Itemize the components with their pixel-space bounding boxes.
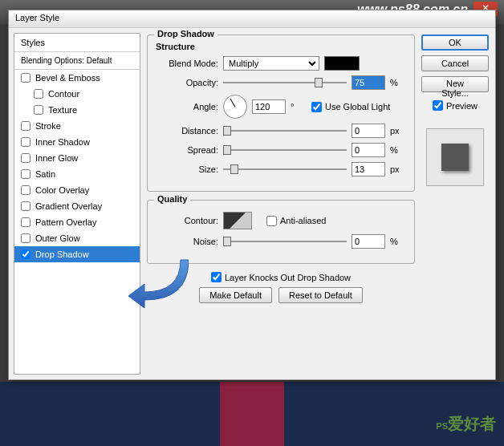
style-item-inner-glow[interactable]: Inner Glow — [14, 150, 140, 166]
distance-input[interactable] — [352, 124, 385, 138]
style-item-satin[interactable]: Satin — [14, 166, 140, 182]
style-checkbox[interactable] — [21, 137, 30, 147]
style-item-texture[interactable]: Texture — [14, 102, 140, 118]
opacity-slider[interactable] — [223, 76, 347, 89]
styles-header[interactable]: Styles — [14, 34, 140, 52]
layer-style-dialog: Layer Style Styles Blending Options: Def… — [8, 10, 496, 380]
blending-options[interactable]: Blending Options: Default — [14, 52, 140, 70]
dialog-title: Layer Style — [9, 10, 495, 28]
ok-button[interactable]: OK — [421, 34, 489, 51]
opacity-unit: % — [390, 78, 406, 87]
style-item-inner-shadow[interactable]: Inner Shadow — [14, 134, 140, 150]
spread-input[interactable] — [352, 143, 385, 157]
shadow-color-swatch[interactable] — [324, 56, 360, 71]
blend-mode-select[interactable]: Multiply — [223, 56, 319, 71]
angle-unit: ° — [291, 102, 307, 112]
contour-label: Contour: — [156, 216, 218, 225]
style-label: Stroke — [35, 121, 61, 131]
style-item-color-overlay[interactable]: Color Overlay — [14, 182, 140, 198]
antialiased-checkbox[interactable]: Anti-aliased — [266, 216, 326, 226]
preview-area — [421, 124, 489, 186]
knockout-checkbox[interactable]: Layer Knocks Out Drop Shadow — [211, 272, 351, 282]
style-checkbox[interactable] — [34, 105, 43, 115]
drop-shadow-group: Drop Shadow Structure Blend Mode: Multip… — [147, 34, 415, 192]
distance-label: Distance: — [156, 126, 218, 136]
spread-label: Spread: — [156, 145, 218, 155]
style-item-drop-shadow[interactable]: Drop Shadow — [14, 246, 140, 262]
distance-unit: px — [390, 126, 406, 136]
style-label: Bevel & Emboss — [35, 73, 100, 83]
style-label: Outer Glow — [35, 233, 80, 243]
new-style-button[interactable]: New Style... — [421, 76, 489, 92]
styles-list: Styles Blending Options: Default Bevel &… — [14, 33, 140, 375]
quality-title: Quality — [154, 194, 190, 204]
angle-label: Angle: — [156, 102, 218, 112]
distance-slider[interactable] — [223, 124, 347, 137]
knockout-label: Layer Knocks Out Drop Shadow — [225, 273, 351, 282]
size-slider[interactable] — [223, 163, 347, 176]
style-checkbox[interactable] — [21, 249, 30, 259]
opacity-label: Opacity: — [156, 78, 218, 87]
style-label: Inner Shadow — [35, 137, 90, 147]
size-label: Size: — [156, 164, 218, 174]
preview-label: Preview — [446, 101, 478, 111]
style-label: Satin — [35, 169, 55, 179]
style-label: Contour — [48, 89, 79, 99]
style-item-stroke[interactable]: Stroke — [14, 118, 140, 134]
watermark-bottom: PS爱好者 — [436, 413, 496, 435]
style-checkbox[interactable] — [21, 201, 30, 211]
global-light-checkbox[interactable]: Use Global Light — [311, 102, 390, 112]
preview-checkbox[interactable]: Preview — [421, 100, 489, 111]
quality-group: Quality Contour: Anti-aliased Noise: % — [147, 200, 415, 264]
global-light-label: Use Global Light — [325, 102, 390, 112]
style-item-gradient-overlay[interactable]: Gradient Overlay — [14, 198, 140, 214]
style-checkbox[interactable] — [21, 217, 30, 227]
style-checkbox[interactable] — [21, 169, 30, 179]
size-unit: px — [390, 164, 406, 174]
style-label: Inner Glow — [35, 153, 78, 163]
style-item-contour[interactable]: Contour — [14, 86, 140, 102]
angle-dial[interactable] — [223, 95, 247, 119]
size-input[interactable] — [352, 162, 385, 176]
spread-unit: % — [390, 145, 406, 155]
style-label: Color Overlay — [35, 185, 89, 195]
style-checkbox[interactable] — [21, 233, 30, 243]
noise-label: Noise: — [156, 237, 218, 246]
structure-title: Structure — [156, 42, 406, 51]
style-checkbox[interactable] — [21, 153, 30, 163]
blend-mode-label: Blend Mode: — [156, 59, 218, 68]
reset-default-button[interactable]: Reset to Default — [278, 287, 363, 303]
style-label: Gradient Overlay — [35, 201, 102, 211]
style-item-pattern-overlay[interactable]: Pattern Overlay — [14, 214, 140, 230]
spread-slider[interactable] — [223, 144, 347, 156]
noise-slider[interactable] — [223, 235, 347, 248]
style-label: Drop Shadow — [35, 249, 89, 259]
style-checkbox[interactable] — [34, 89, 43, 99]
cancel-button[interactable]: Cancel — [421, 55, 489, 71]
make-default-button[interactable]: Make Default — [199, 287, 272, 303]
angle-input[interactable] — [252, 99, 286, 114]
style-label: Texture — [48, 105, 77, 115]
style-checkbox[interactable] — [21, 73, 30, 83]
style-checkbox[interactable] — [21, 185, 30, 195]
opacity-input[interactable] — [352, 75, 385, 90]
style-checkbox[interactable] — [21, 121, 30, 131]
noise-input[interactable] — [352, 234, 385, 249]
contour-picker[interactable] — [223, 212, 252, 229]
style-item-outer-glow[interactable]: Outer Glow — [14, 230, 140, 246]
antialiased-label: Anti-aliased — [280, 216, 326, 225]
style-label: Pattern Overlay — [35, 217, 96, 227]
noise-unit: % — [390, 237, 406, 246]
style-item-bevel-emboss[interactable]: Bevel & Emboss — [14, 70, 140, 86]
group-title: Drop Shadow — [154, 29, 217, 39]
